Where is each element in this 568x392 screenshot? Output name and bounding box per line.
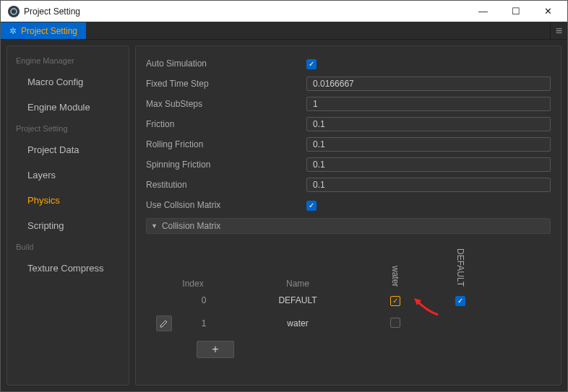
row-index: 0 [175, 295, 233, 305]
matrix-row-water: 1 water [153, 312, 543, 335]
collision-checkbox-default-water[interactable] [390, 296, 400, 306]
window-title: Project Setting [24, 6, 467, 17]
close-button[interactable]: ✕ [532, 1, 564, 22]
sidebar-item-engine-module[interactable]: Engine Module [7, 95, 129, 120]
collision-checkbox-default-default[interactable] [455, 296, 465, 306]
spinning-friction-input[interactable] [306, 157, 551, 172]
matrix-header-row: Index Name water DEFAULT [153, 244, 543, 289]
prop-fixed-time-step: Fixed Time Step [146, 74, 551, 94]
prop-label: Spinning Friction [146, 160, 306, 170]
sidebar: Engine Manager Macro Config Engine Modul… [7, 45, 129, 386]
prop-friction: Friction [146, 114, 551, 134]
prop-label: Friction [146, 119, 306, 129]
app-icon [8, 6, 20, 17]
matrix-col-name: Name [233, 279, 363, 289]
tab-menu-button[interactable]: ≡ [550, 22, 567, 39]
tab-label: Project Setting [21, 26, 77, 36]
prop-label: Max SubSteps [146, 99, 306, 109]
main-panel: Auto Simulation Fixed Time Step Max SubS… [135, 45, 561, 386]
edit-layer-button[interactable] [156, 315, 172, 331]
maximize-button[interactable]: ☐ [499, 1, 532, 22]
sidebar-item-layers[interactable]: Layers [7, 162, 129, 188]
prop-label: Rolling Friction [146, 139, 306, 149]
prop-auto-simulation: Auto Simulation [146, 53, 551, 74]
section-title: Collision Matrix [162, 221, 220, 231]
tab-bar: ✲ Project Setting ≡ [1, 22, 567, 40]
collision-matrix: Index Name water DEFAULT 0 DEFAULT 1 wat… [146, 234, 551, 365]
prop-use-collision-matrix: Use Collsion Matrix [146, 195, 551, 215]
matrix-col-layer-water: water [363, 266, 428, 289]
matrix-col-index: Index [153, 279, 233, 289]
friction-input[interactable] [306, 117, 551, 131]
sidebar-item-project-data[interactable]: Project Data [7, 137, 129, 162]
gear-icon: ✲ [9, 26, 17, 36]
restitution-input[interactable] [306, 178, 551, 192]
rolling-friction-input[interactable] [306, 137, 551, 152]
prop-label: Use Collsion Matrix [146, 200, 306, 210]
sidebar-item-macro-config[interactable]: Macro Config [7, 69, 129, 95]
sidebar-item-scripting[interactable]: Scripting [7, 213, 129, 238]
prop-max-substeps: Max SubSteps [146, 94, 551, 114]
matrix-col-layer-default: DEFAULT [428, 248, 493, 289]
svg-point-0 [11, 9, 17, 14]
sidebar-group-build: Build [7, 238, 129, 256]
auto-simulation-checkbox[interactable] [306, 59, 317, 69]
sidebar-item-texture-compress[interactable]: Texture Compress [7, 256, 129, 281]
tab-project-setting[interactable]: ✲ Project Setting [1, 22, 86, 39]
row-index: 1 [175, 318, 233, 328]
prop-restitution: Restitution [146, 175, 551, 195]
fixed-time-step-input[interactable] [306, 77, 551, 91]
max-substeps-input[interactable] [306, 97, 551, 111]
sidebar-item-physics[interactable]: Physics [7, 188, 129, 213]
use-collision-matrix-checkbox[interactable] [306, 201, 317, 211]
prop-rolling-friction: Rolling Friction [146, 134, 551, 154]
collision-checkbox-water-water[interactable] [390, 318, 400, 328]
prop-label: Restitution [146, 180, 306, 190]
sidebar-group-project-setting: Project Setting [7, 120, 129, 137]
minimize-button[interactable]: — [467, 1, 499, 22]
collision-matrix-header[interactable]: ▼ Collision Matrix [146, 218, 551, 234]
row-name: DEFAULT [233, 295, 363, 305]
prop-spinning-friction: Spinning Friction [146, 154, 551, 175]
row-name: water [233, 318, 363, 328]
prop-label: Fixed Time Step [146, 79, 306, 89]
prop-label: Auto Simulation [146, 58, 306, 69]
sidebar-group-engine-manager: Engine Manager [7, 52, 129, 69]
window-titlebar: Project Setting — ☐ ✕ [1, 1, 567, 22]
add-layer-button[interactable]: + [197, 341, 234, 358]
matrix-row-default: 0 DEFAULT [153, 289, 543, 312]
chevron-down-icon: ▼ [151, 222, 158, 230]
